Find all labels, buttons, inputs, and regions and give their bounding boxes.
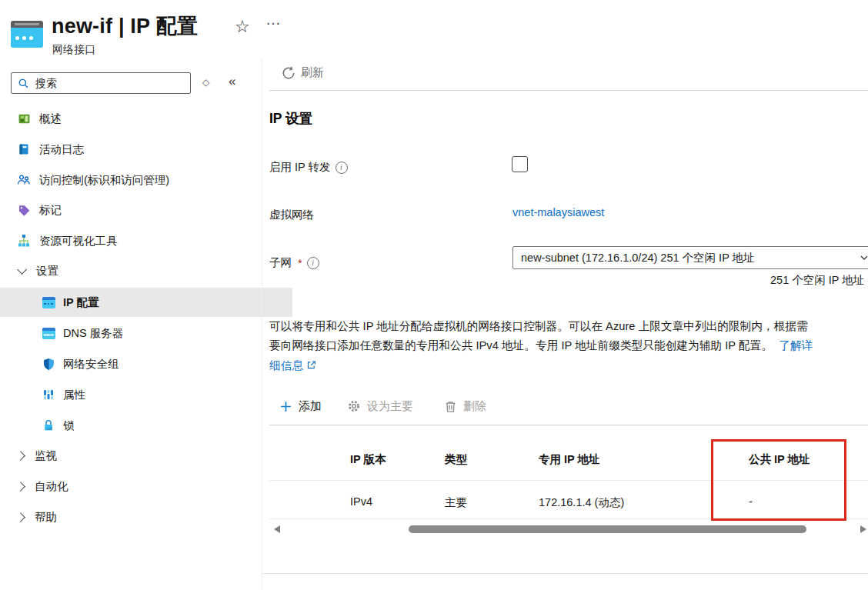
sidebar-item-dns-servers[interactable]: www DNS 服务器: [0, 318, 292, 348]
sidebar-item-activity-log[interactable]: 活动日志: [0, 135, 268, 164]
divider: [269, 518, 868, 519]
external-link-icon: [306, 357, 316, 376]
description-text: 可以将专用和公共 IP 地址分配给虚拟机的网络接口控制器。可以在 Azure 上…: [269, 317, 868, 376]
virtual-network-link[interactable]: vnet-malaysiawest: [512, 206, 604, 218]
set-primary-button[interactable]: 设为主要: [347, 399, 413, 414]
plus-icon: [279, 400, 292, 413]
pane-divider: [262, 58, 262, 590]
scroll-right-arrow[interactable]: [860, 525, 866, 533]
horizontal-scrollbar[interactable]: [269, 523, 868, 535]
divider: [269, 425, 868, 425]
divider: [269, 480, 868, 481]
sidebar-item-locks[interactable]: 锁: [0, 411, 292, 440]
page-title: new-if | IP 配置: [52, 12, 198, 40]
learn-more-link[interactable]: 细信息: [269, 359, 303, 372]
sidebar-group-automation[interactable]: 自动化: [0, 472, 269, 501]
refresh-label: 刷新: [301, 65, 324, 80]
cell-public-ip: -: [749, 495, 753, 508]
access-control-icon: [17, 173, 31, 187]
section-heading: IP 设置: [269, 109, 312, 128]
column-header-public-ip[interactable]: 公共 IP 地址: [749, 452, 810, 467]
subnet-label: 子网* i: [269, 255, 319, 270]
subnet-helper-text: 251 个空闲 IP 地址: [770, 273, 864, 288]
divider: [262, 573, 868, 574]
collapse-sidebar-icon[interactable]: «: [229, 74, 235, 89]
activity-log-icon: [17, 142, 31, 156]
search-input[interactable]: [34, 76, 190, 90]
resource-visualizer-icon: [17, 234, 31, 248]
shield-icon: [42, 357, 55, 371]
scrollbar-thumb[interactable]: [409, 525, 806, 533]
azure-portal-blade: new-if | IP 配置 ☆ … 网络接口 ◇ « 概述 活动日志 访问控制…: [0, 0, 868, 590]
subnet-selected-value: new-subnet (172.16.1.0/24) 251 个空闲 IP 地址: [521, 251, 860, 265]
divider: [269, 90, 868, 91]
refresh-button[interactable]: 刷新: [282, 65, 324, 80]
sidebar-item-network-security-group[interactable]: 网络安全组: [0, 349, 292, 378]
cell-private-ip: 172.16.1.4 (动态): [539, 495, 624, 510]
add-button[interactable]: 添加: [279, 399, 322, 414]
column-header-ip-version[interactable]: IP 版本: [350, 452, 386, 467]
sidebar-group-help[interactable]: 帮助: [0, 502, 269, 532]
overview-icon: [17, 112, 31, 125]
sidebar-item-properties[interactable]: 属性: [0, 380, 292, 409]
info-icon[interactable]: i: [307, 257, 319, 269]
pin-icon[interactable]: ◇: [202, 77, 209, 88]
required-marker: *: [298, 257, 302, 269]
sidebar-item-ip-configurations[interactable]: IP 配置: [0, 288, 292, 317]
chevron-right-icon: [15, 451, 25, 461]
column-header-private-ip[interactable]: 专用 IP 地址: [539, 452, 600, 467]
table-command-bar: 添加 设为主要 删除: [269, 395, 486, 417]
learn-more-link[interactable]: 了解详: [779, 339, 813, 352]
chevron-right-icon: [15, 482, 25, 492]
cell-type: 主要: [445, 495, 467, 510]
ip-forwarding-checkbox[interactable]: [512, 156, 528, 172]
trash-icon: [444, 400, 457, 413]
tag-icon: [17, 203, 31, 217]
properties-icon: [42, 388, 55, 402]
chevron-down-icon: [17, 265, 27, 275]
info-icon[interactable]: i: [336, 162, 348, 174]
sidebar-search[interactable]: [11, 72, 191, 94]
sidebar-item-resource-visualizer[interactable]: 资源可视化工具: [0, 226, 268, 255]
sidebar-item-tags[interactable]: 标记: [0, 195, 268, 225]
ip-forwarding-label: 启用 IP 转发 i: [269, 160, 348, 175]
subnet-dropdown[interactable]: new-subnet (172.16.1.0/24) 251 个空闲 IP 地址: [512, 246, 868, 269]
sidebar-group-monitoring[interactable]: 监视: [0, 441, 269, 470]
ip-configurations-icon: [42, 295, 55, 309]
network-interface-icon: [11, 21, 43, 48]
search-icon: [18, 78, 29, 89]
favorite-star-icon[interactable]: ☆: [235, 17, 250, 37]
delete-button[interactable]: 删除: [444, 399, 486, 414]
sidebar-group-settings[interactable]: 设置: [0, 256, 269, 285]
sidebar-item-access-control[interactable]: 访问控制(标识和访问管理): [0, 165, 268, 195]
virtual-network-label: 虚拟网络: [269, 208, 314, 222]
lock-icon: [42, 418, 55, 432]
refresh-icon: [282, 66, 295, 80]
dns-servers-icon: www: [42, 326, 55, 340]
chevron-down-icon: [860, 253, 868, 262]
scroll-left-arrow[interactable]: [274, 525, 280, 533]
gear-icon: [347, 399, 361, 413]
sidebar-item-overview[interactable]: 概述: [0, 104, 268, 133]
column-header-type[interactable]: 类型: [445, 452, 467, 467]
cell-ip-version: IPv4: [350, 495, 372, 508]
resource-type-subtitle: 网络接口: [52, 43, 95, 57]
chevron-right-icon: [15, 512, 25, 522]
more-options-icon[interactable]: …: [265, 11, 282, 28]
